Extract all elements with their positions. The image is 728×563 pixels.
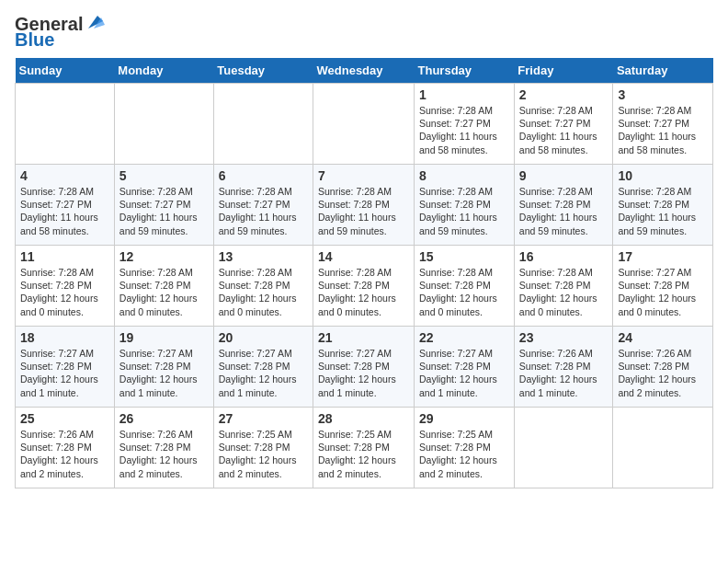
day-info: Sunrise: 7:27 AM Sunset: 7:28 PM Dayligh… bbox=[618, 266, 708, 318]
calendar-cell: 4Sunrise: 7:28 AM Sunset: 7:27 PM Daylig… bbox=[16, 165, 115, 246]
weekday-header-wednesday: Wednesday bbox=[313, 58, 415, 84]
calendar-cell: 25Sunrise: 7:26 AM Sunset: 7:28 PM Dayli… bbox=[16, 408, 115, 488]
day-number: 16 bbox=[519, 249, 609, 264]
calendar-cell: 17Sunrise: 7:27 AM Sunset: 7:28 PM Dayli… bbox=[613, 246, 713, 327]
day-number: 21 bbox=[318, 330, 409, 345]
day-info: Sunrise: 7:27 AM Sunset: 7:28 PM Dayligh… bbox=[119, 347, 209, 399]
calendar-cell bbox=[213, 84, 313, 165]
calendar-cell: 6Sunrise: 7:28 AM Sunset: 7:27 PM Daylig… bbox=[213, 165, 313, 246]
day-number: 18 bbox=[20, 330, 109, 345]
page-header: General Blue bbox=[15, 15, 713, 51]
weekday-header-friday: Friday bbox=[514, 58, 613, 84]
calendar-cell: 26Sunrise: 7:26 AM Sunset: 7:28 PM Dayli… bbox=[114, 408, 213, 488]
day-info: Sunrise: 7:28 AM Sunset: 7:28 PM Dayligh… bbox=[20, 266, 109, 318]
calendar-cell: 28Sunrise: 7:25 AM Sunset: 7:28 PM Dayli… bbox=[313, 408, 415, 488]
day-info: Sunrise: 7:28 AM Sunset: 7:28 PM Dayligh… bbox=[618, 185, 708, 237]
calendar-cell: 16Sunrise: 7:28 AM Sunset: 7:28 PM Dayli… bbox=[514, 246, 613, 327]
day-number: 15 bbox=[419, 249, 509, 264]
calendar-cell: 15Sunrise: 7:28 AM Sunset: 7:28 PM Dayli… bbox=[415, 246, 515, 327]
day-info: Sunrise: 7:25 AM Sunset: 7:28 PM Dayligh… bbox=[219, 428, 308, 480]
calendar-cell: 7Sunrise: 7:28 AM Sunset: 7:28 PM Daylig… bbox=[313, 165, 415, 246]
day-number: 8 bbox=[419, 168, 509, 183]
day-info: Sunrise: 7:27 AM Sunset: 7:28 PM Dayligh… bbox=[219, 347, 308, 399]
calendar-cell bbox=[613, 408, 713, 488]
day-info: Sunrise: 7:28 AM Sunset: 7:27 PM Dayligh… bbox=[20, 185, 109, 237]
calendar-cell bbox=[16, 84, 115, 165]
day-info: Sunrise: 7:26 AM Sunset: 7:28 PM Dayligh… bbox=[20, 428, 109, 480]
day-number: 29 bbox=[419, 411, 509, 426]
calendar-cell bbox=[313, 84, 415, 165]
calendar-cell: 5Sunrise: 7:28 AM Sunset: 7:27 PM Daylig… bbox=[114, 165, 213, 246]
day-number: 14 bbox=[318, 249, 409, 264]
day-info: Sunrise: 7:28 AM Sunset: 7:28 PM Dayligh… bbox=[318, 185, 409, 237]
day-info: Sunrise: 7:28 AM Sunset: 7:27 PM Dayligh… bbox=[119, 185, 209, 237]
day-info: Sunrise: 7:28 AM Sunset: 7:28 PM Dayligh… bbox=[219, 266, 308, 318]
day-number: 1 bbox=[419, 87, 509, 102]
calendar-cell: 3Sunrise: 7:28 AM Sunset: 7:27 PM Daylig… bbox=[613, 84, 713, 165]
calendar-cell: 19Sunrise: 7:27 AM Sunset: 7:28 PM Dayli… bbox=[114, 327, 213, 408]
day-info: Sunrise: 7:25 AM Sunset: 7:28 PM Dayligh… bbox=[419, 428, 509, 480]
day-number: 25 bbox=[20, 411, 109, 426]
calendar-cell: 12Sunrise: 7:28 AM Sunset: 7:28 PM Dayli… bbox=[114, 246, 213, 327]
calendar-cell bbox=[514, 408, 613, 488]
day-info: Sunrise: 7:27 AM Sunset: 7:28 PM Dayligh… bbox=[20, 347, 109, 399]
day-info: Sunrise: 7:28 AM Sunset: 7:27 PM Dayligh… bbox=[419, 104, 509, 156]
day-number: 13 bbox=[219, 249, 308, 264]
calendar-cell: 1Sunrise: 7:28 AM Sunset: 7:27 PM Daylig… bbox=[415, 84, 515, 165]
calendar-cell: 21Sunrise: 7:27 AM Sunset: 7:28 PM Dayli… bbox=[313, 327, 415, 408]
calendar-cell: 23Sunrise: 7:26 AM Sunset: 7:28 PM Dayli… bbox=[514, 327, 613, 408]
calendar-cell: 10Sunrise: 7:28 AM Sunset: 7:28 PM Dayli… bbox=[613, 165, 713, 246]
calendar-cell: 24Sunrise: 7:26 AM Sunset: 7:28 PM Dayli… bbox=[613, 327, 713, 408]
calendar-cell: 13Sunrise: 7:28 AM Sunset: 7:28 PM Dayli… bbox=[213, 246, 313, 327]
day-number: 27 bbox=[219, 411, 308, 426]
calendar-cell: 9Sunrise: 7:28 AM Sunset: 7:28 PM Daylig… bbox=[514, 165, 613, 246]
day-number: 17 bbox=[618, 249, 708, 264]
day-number: 11 bbox=[20, 249, 109, 264]
calendar-cell: 8Sunrise: 7:28 AM Sunset: 7:28 PM Daylig… bbox=[415, 165, 515, 246]
day-info: Sunrise: 7:28 AM Sunset: 7:28 PM Dayligh… bbox=[419, 266, 509, 318]
day-number: 6 bbox=[219, 168, 308, 183]
day-number: 23 bbox=[519, 330, 609, 345]
calendar-cell: 27Sunrise: 7:25 AM Sunset: 7:28 PM Dayli… bbox=[213, 408, 313, 488]
weekday-header-sunday: Sunday bbox=[16, 58, 115, 84]
day-info: Sunrise: 7:26 AM Sunset: 7:28 PM Dayligh… bbox=[519, 347, 609, 399]
day-number: 12 bbox=[119, 249, 209, 264]
day-info: Sunrise: 7:25 AM Sunset: 7:28 PM Dayligh… bbox=[318, 428, 409, 480]
day-number: 26 bbox=[119, 411, 209, 426]
day-number: 19 bbox=[119, 330, 209, 345]
calendar-cell: 22Sunrise: 7:27 AM Sunset: 7:28 PM Dayli… bbox=[415, 327, 515, 408]
day-number: 4 bbox=[20, 168, 109, 183]
day-info: Sunrise: 7:28 AM Sunset: 7:27 PM Dayligh… bbox=[219, 185, 308, 237]
day-number: 9 bbox=[519, 168, 609, 183]
day-info: Sunrise: 7:28 AM Sunset: 7:28 PM Dayligh… bbox=[119, 266, 209, 318]
calendar-cell: 2Sunrise: 7:28 AM Sunset: 7:27 PM Daylig… bbox=[514, 84, 613, 165]
day-info: Sunrise: 7:28 AM Sunset: 7:27 PM Dayligh… bbox=[618, 104, 708, 156]
weekday-header-thursday: Thursday bbox=[415, 58, 515, 84]
calendar-cell: 29Sunrise: 7:25 AM Sunset: 7:28 PM Dayli… bbox=[415, 408, 515, 488]
day-number: 2 bbox=[519, 87, 609, 102]
day-info: Sunrise: 7:28 AM Sunset: 7:28 PM Dayligh… bbox=[419, 185, 509, 237]
day-number: 20 bbox=[219, 330, 308, 345]
day-number: 3 bbox=[618, 87, 708, 102]
day-number: 28 bbox=[318, 411, 409, 426]
calendar-cell: 20Sunrise: 7:27 AM Sunset: 7:28 PM Dayli… bbox=[213, 327, 313, 408]
day-number: 7 bbox=[318, 168, 409, 183]
day-info: Sunrise: 7:28 AM Sunset: 7:28 PM Dayligh… bbox=[318, 266, 409, 318]
day-number: 24 bbox=[618, 330, 708, 345]
day-info: Sunrise: 7:26 AM Sunset: 7:28 PM Dayligh… bbox=[618, 347, 708, 399]
day-info: Sunrise: 7:28 AM Sunset: 7:28 PM Dayligh… bbox=[519, 266, 609, 318]
calendar-table: SundayMondayTuesdayWednesdayThursdayFrid… bbox=[15, 58, 713, 488]
day-info: Sunrise: 7:28 AM Sunset: 7:28 PM Dayligh… bbox=[519, 185, 609, 237]
calendar-cell: 11Sunrise: 7:28 AM Sunset: 7:28 PM Dayli… bbox=[16, 246, 115, 327]
calendar-cell: 18Sunrise: 7:27 AM Sunset: 7:28 PM Dayli… bbox=[16, 327, 115, 408]
day-info: Sunrise: 7:28 AM Sunset: 7:27 PM Dayligh… bbox=[519, 104, 609, 156]
weekday-header-monday: Monday bbox=[114, 58, 213, 84]
weekday-header-tuesday: Tuesday bbox=[213, 58, 313, 84]
day-info: Sunrise: 7:27 AM Sunset: 7:28 PM Dayligh… bbox=[318, 347, 409, 399]
day-info: Sunrise: 7:27 AM Sunset: 7:28 PM Dayligh… bbox=[419, 347, 509, 399]
logo-text-blue: Blue bbox=[15, 29, 54, 51]
day-number: 5 bbox=[119, 168, 209, 183]
calendar-cell: 14Sunrise: 7:28 AM Sunset: 7:28 PM Dayli… bbox=[313, 246, 415, 327]
logo: General Blue bbox=[15, 15, 105, 51]
weekday-header-saturday: Saturday bbox=[613, 58, 713, 84]
